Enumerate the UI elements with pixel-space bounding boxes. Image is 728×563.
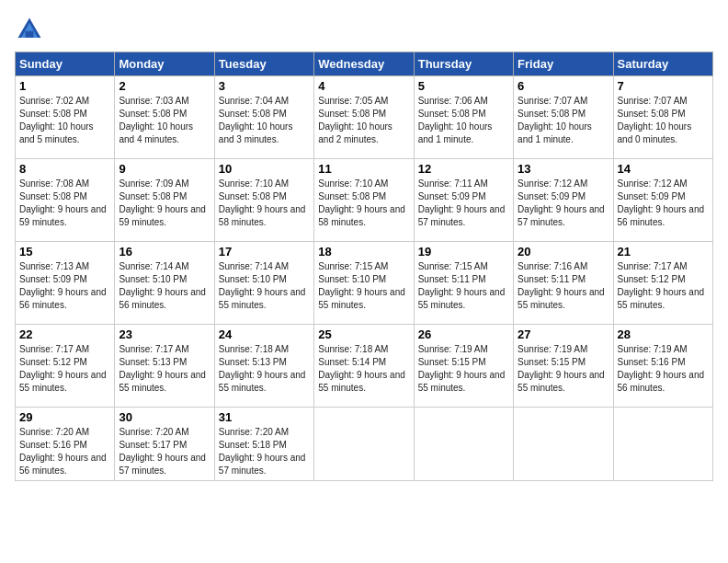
day-info: Sunrise: 7:07 AM Sunset: 5:08 PM Dayligh…: [618, 95, 709, 146]
calendar-day-cell: 27 Sunrise: 7:19 AM Sunset: 5:15 PM Dayl…: [514, 325, 613, 408]
calendar-day-cell: 1 Sunrise: 7:02 AM Sunset: 5:08 PM Dayli…: [16, 76, 115, 159]
day-number: 28: [618, 327, 709, 341]
day-info: Sunrise: 7:06 AM Sunset: 5:08 PM Dayligh…: [418, 95, 509, 146]
day-number: 22: [19, 327, 110, 341]
day-number: 20: [518, 245, 609, 259]
day-info: Sunrise: 7:09 AM Sunset: 5:08 PM Dayligh…: [119, 178, 210, 229]
day-number: 31: [219, 410, 310, 424]
calendar-day-cell: 14 Sunrise: 7:12 AM Sunset: 5:09 PM Dayl…: [613, 159, 712, 242]
calendar-day-cell: 22 Sunrise: 7:17 AM Sunset: 5:12 PM Dayl…: [16, 325, 115, 408]
calendar-day-cell: 12 Sunrise: 7:11 AM Sunset: 5:09 PM Dayl…: [414, 159, 513, 242]
day-number: 2: [119, 79, 210, 93]
calendar-day-cell: 20 Sunrise: 7:16 AM Sunset: 5:11 PM Dayl…: [514, 242, 613, 325]
day-info: Sunrise: 7:11 AM Sunset: 5:09 PM Dayligh…: [418, 178, 509, 229]
day-number: 8: [19, 162, 110, 176]
day-number: 18: [318, 245, 409, 259]
calendar-week-row: 22 Sunrise: 7:17 AM Sunset: 5:12 PM Dayl…: [16, 325, 713, 408]
calendar-day-cell: 13 Sunrise: 7:12 AM Sunset: 5:09 PM Dayl…: [514, 159, 613, 242]
calendar-day-cell: 23 Sunrise: 7:17 AM Sunset: 5:13 PM Dayl…: [115, 325, 214, 408]
calendar-day-cell: 3 Sunrise: 7:04 AM Sunset: 5:08 PM Dayli…: [214, 76, 313, 159]
day-number: 4: [318, 79, 409, 93]
calendar-day-cell: 26 Sunrise: 7:19 AM Sunset: 5:15 PM Dayl…: [414, 325, 513, 408]
day-number: 27: [518, 327, 609, 341]
day-info: Sunrise: 7:12 AM Sunset: 5:09 PM Dayligh…: [518, 178, 609, 229]
day-info: Sunrise: 7:02 AM Sunset: 5:08 PM Dayligh…: [19, 95, 110, 146]
calendar-day-cell: 2 Sunrise: 7:03 AM Sunset: 5:08 PM Dayli…: [115, 76, 214, 159]
calendar-day-cell: 4 Sunrise: 7:05 AM Sunset: 5:08 PM Dayli…: [314, 76, 414, 159]
day-number: 7: [618, 79, 709, 93]
calendar-day-cell: 15 Sunrise: 7:13 AM Sunset: 5:09 PM Dayl…: [16, 242, 115, 325]
weekday-header-row: SundayMondayTuesdayWednesdayThursdayFrid…: [16, 52, 713, 76]
calendar-day-cell: 25 Sunrise: 7:18 AM Sunset: 5:14 PM Dayl…: [314, 325, 414, 408]
calendar-day-cell: 30 Sunrise: 7:20 AM Sunset: 5:17 PM Dayl…: [115, 408, 214, 481]
day-number: 25: [318, 327, 409, 341]
calendar-day-cell: [314, 408, 414, 481]
day-info: Sunrise: 7:17 AM Sunset: 5:12 PM Dayligh…: [19, 343, 110, 395]
day-info: Sunrise: 7:15 AM Sunset: 5:11 PM Dayligh…: [418, 260, 509, 312]
day-number: 30: [119, 410, 210, 424]
calendar-day-cell: 7 Sunrise: 7:07 AM Sunset: 5:08 PM Dayli…: [613, 76, 712, 159]
calendar-day-cell: 21 Sunrise: 7:17 AM Sunset: 5:12 PM Dayl…: [613, 242, 712, 325]
day-number: 29: [19, 410, 110, 424]
day-info: Sunrise: 7:10 AM Sunset: 5:08 PM Dayligh…: [318, 178, 409, 229]
calendar-day-cell: 9 Sunrise: 7:09 AM Sunset: 5:08 PM Dayli…: [115, 159, 214, 242]
calendar-day-cell: 10 Sunrise: 7:10 AM Sunset: 5:08 PM Dayl…: [214, 159, 313, 242]
weekday-header: Wednesday: [314, 52, 414, 76]
day-info: Sunrise: 7:07 AM Sunset: 5:08 PM Dayligh…: [518, 95, 609, 146]
day-number: 13: [518, 162, 609, 176]
weekday-header: Tuesday: [214, 52, 313, 76]
day-number: 19: [418, 245, 509, 259]
day-info: Sunrise: 7:16 AM Sunset: 5:11 PM Dayligh…: [518, 260, 609, 312]
weekday-header: Monday: [115, 52, 214, 76]
calendar-day-cell: 6 Sunrise: 7:07 AM Sunset: 5:08 PM Dayli…: [514, 76, 613, 159]
calendar-day-cell: [613, 408, 712, 481]
page-header: [15, 15, 713, 44]
calendar-day-cell: 16 Sunrise: 7:14 AM Sunset: 5:10 PM Dayl…: [115, 242, 214, 325]
calendar-day-cell: 24 Sunrise: 7:18 AM Sunset: 5:13 PM Dayl…: [214, 325, 313, 408]
day-info: Sunrise: 7:14 AM Sunset: 5:10 PM Dayligh…: [219, 260, 310, 312]
logo-icon: [15, 15, 44, 44]
day-info: Sunrise: 7:08 AM Sunset: 5:08 PM Dayligh…: [19, 178, 110, 229]
day-info: Sunrise: 7:13 AM Sunset: 5:09 PM Dayligh…: [19, 260, 110, 312]
calendar-day-cell: 11 Sunrise: 7:10 AM Sunset: 5:08 PM Dayl…: [314, 159, 414, 242]
svg-rect-2: [26, 31, 34, 38]
day-info: Sunrise: 7:04 AM Sunset: 5:08 PM Dayligh…: [219, 95, 310, 146]
calendar-day-cell: 19 Sunrise: 7:15 AM Sunset: 5:11 PM Dayl…: [414, 242, 513, 325]
day-info: Sunrise: 7:19 AM Sunset: 5:15 PM Dayligh…: [518, 343, 609, 395]
day-info: Sunrise: 7:10 AM Sunset: 5:08 PM Dayligh…: [219, 178, 310, 229]
calendar-day-cell: [514, 408, 613, 481]
day-info: Sunrise: 7:19 AM Sunset: 5:16 PM Dayligh…: [618, 343, 709, 395]
day-number: 21: [618, 245, 709, 259]
day-number: 16: [119, 245, 210, 259]
day-number: 11: [318, 162, 409, 176]
day-info: Sunrise: 7:17 AM Sunset: 5:13 PM Dayligh…: [119, 343, 210, 395]
day-info: Sunrise: 7:19 AM Sunset: 5:15 PM Dayligh…: [418, 343, 509, 395]
day-info: Sunrise: 7:20 AM Sunset: 5:17 PM Dayligh…: [119, 426, 210, 477]
day-number: 3: [219, 79, 310, 93]
day-number: 14: [618, 162, 709, 176]
day-number: 23: [119, 327, 210, 341]
weekday-header: Saturday: [613, 52, 712, 76]
day-number: 15: [19, 245, 110, 259]
day-number: 10: [219, 162, 310, 176]
day-info: Sunrise: 7:03 AM Sunset: 5:08 PM Dayligh…: [119, 95, 210, 146]
day-info: Sunrise: 7:18 AM Sunset: 5:13 PM Dayligh…: [219, 343, 310, 395]
day-number: 9: [119, 162, 210, 176]
day-info: Sunrise: 7:14 AM Sunset: 5:10 PM Dayligh…: [119, 260, 210, 312]
calendar-week-row: 29 Sunrise: 7:20 AM Sunset: 5:16 PM Dayl…: [16, 408, 713, 481]
day-number: 6: [518, 79, 609, 93]
calendar-day-cell: 28 Sunrise: 7:19 AM Sunset: 5:16 PM Dayl…: [613, 325, 712, 408]
day-info: Sunrise: 7:15 AM Sunset: 5:10 PM Dayligh…: [318, 260, 409, 312]
day-info: Sunrise: 7:05 AM Sunset: 5:08 PM Dayligh…: [318, 95, 409, 146]
calendar-day-cell: [414, 408, 513, 481]
calendar-day-cell: 29 Sunrise: 7:20 AM Sunset: 5:16 PM Dayl…: [16, 408, 115, 481]
weekday-header: Friday: [514, 52, 613, 76]
day-number: 12: [418, 162, 509, 176]
calendar-table: SundayMondayTuesdayWednesdayThursdayFrid…: [15, 52, 713, 481]
day-info: Sunrise: 7:20 AM Sunset: 5:16 PM Dayligh…: [19, 426, 110, 477]
calendar-day-cell: 8 Sunrise: 7:08 AM Sunset: 5:08 PM Dayli…: [16, 159, 115, 242]
calendar-week-row: 1 Sunrise: 7:02 AM Sunset: 5:08 PM Dayli…: [16, 76, 713, 159]
calendar-day-cell: 18 Sunrise: 7:15 AM Sunset: 5:10 PM Dayl…: [314, 242, 414, 325]
calendar-day-cell: 5 Sunrise: 7:06 AM Sunset: 5:08 PM Dayli…: [414, 76, 513, 159]
day-number: 24: [219, 327, 310, 341]
